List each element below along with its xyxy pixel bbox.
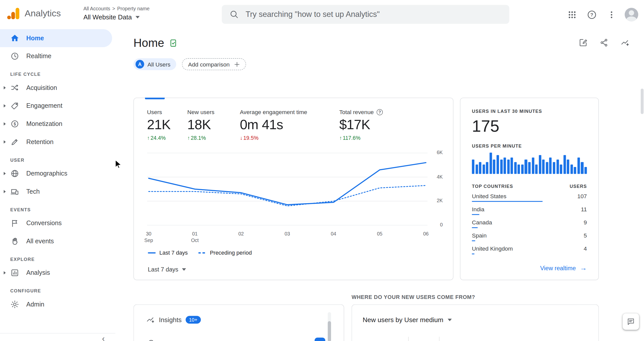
minute-bar <box>535 164 538 174</box>
x-axis-tick: 03 <box>275 231 300 237</box>
insights-panel-button[interactable] <box>616 34 634 52</box>
metric-total-revenue[interactable]: Total revenue ? $17K ↑117.6% <box>339 109 383 141</box>
minute-bar <box>482 164 485 174</box>
country-name: Canada <box>472 219 492 226</box>
sidebar-item-monetization[interactable]: $ Monetization <box>0 115 115 133</box>
sidebar-item-all-events[interactable]: All events <box>0 232 115 250</box>
date-range-label: Last 7 days <box>148 266 178 273</box>
gear-icon <box>10 300 19 309</box>
metric-label: Average engagement time <box>240 109 339 115</box>
table-column-divider <box>408 337 409 341</box>
country-name: India <box>472 206 484 213</box>
report-check-icon <box>169 39 178 48</box>
sidebar-item-home[interactable]: Home <box>0 29 112 47</box>
sidebar-item-label: Admin <box>26 301 44 308</box>
all-users-chip[interactable]: A All Users <box>133 58 176 70</box>
sidebar-item-tech[interactable]: Tech <box>0 183 115 201</box>
sidebar-item-analysis[interactable]: Analysis <box>0 264 115 282</box>
collapse-sidebar-icon[interactable]: ‹ <box>102 334 105 341</box>
insights-scrollbar-thumb[interactable] <box>328 321 331 341</box>
sidebar-item-acquisition[interactable]: Acquisition <box>0 79 115 97</box>
country-row: United Kingdom4 <box>472 245 587 254</box>
sidebar-item-demographics[interactable]: Demographics <box>0 164 115 183</box>
metric-new-users[interactable]: New users 18K ↑28.1% <box>187 109 240 141</box>
top-countries-header: TOP COUNTRIES USERS <box>472 184 587 189</box>
help-button[interactable]: ? <box>583 6 601 24</box>
country-bar <box>472 227 478 228</box>
metric-users[interactable]: Users 21K ↑24.4% <box>147 109 187 141</box>
users-30min-label: USERS IN LAST 30 MINUTES <box>472 109 587 114</box>
sidebar-item-engagement[interactable]: Engagement <box>0 97 115 115</box>
apps-grid-button[interactable] <box>563 6 581 24</box>
sidebar-item-admin[interactable]: Admin <box>0 295 115 314</box>
home-icon <box>10 34 19 43</box>
app-name: Analytics <box>25 8 61 19</box>
insights-card: Insights 10+ <box>133 304 344 341</box>
partial-insight-chip <box>315 338 325 341</box>
sidebar-item-retention[interactable]: Retention <box>0 133 115 151</box>
page-scrollbar-thumb[interactable] <box>641 89 643 114</box>
x-axis-tick: 04 <box>321 231 346 237</box>
minute-bar <box>567 160 569 174</box>
breadcrumb-separator: > <box>112 6 115 12</box>
country-name: Spain <box>472 232 486 239</box>
country-bar <box>472 240 475 241</box>
property-selector[interactable]: All Website Data <box>83 14 150 21</box>
sidebar-item-label: Monetization <box>26 120 62 127</box>
realtime-card: USERS IN LAST 30 MINUTES 175 USERS PER M… <box>460 98 599 280</box>
sidebar-item-label: All events <box>26 237 54 245</box>
minute-bar <box>489 153 492 174</box>
sidebar-item-conversions[interactable]: Conversions <box>0 214 115 232</box>
minute-bar <box>475 164 478 174</box>
metric-engagement-time[interactable]: Average engagement time 0m 41s ↓19.5% <box>240 109 339 141</box>
active-tab-indicator <box>145 98 165 99</box>
page-title: Home <box>133 37 178 50</box>
users-30min-value: 175 <box>472 117 587 135</box>
x-axis-tick: 05 <box>367 231 392 237</box>
mouse-cursor <box>114 160 124 169</box>
chevron-down-icon <box>135 16 139 19</box>
sidebar-item-label: Analysis <box>26 269 50 276</box>
add-comparison-button[interactable]: Add comparison <box>182 58 246 70</box>
comparison-chips: A All Users Add comparison <box>133 58 246 70</box>
share-button[interactable] <box>595 34 613 52</box>
view-realtime-link[interactable]: View realtime → <box>540 264 587 272</box>
date-range-selector[interactable]: Last 7 days <box>145 264 189 275</box>
analytics-logo[interactable]: Analytics <box>7 8 61 19</box>
insights-title: Insights <box>159 316 182 323</box>
help-icon[interactable]: ? <box>377 109 383 115</box>
breadcrumb-property[interactable]: Property name <box>117 6 150 12</box>
country-users: 9 <box>584 219 587 226</box>
users-per-minute-label: USERS PER MINUTE <box>472 144 587 149</box>
country-users: 5 <box>584 232 587 239</box>
overview-metrics-card: Users 21K ↑24.4% New users 18K ↑28.1% Av… <box>133 98 453 280</box>
new-users-card-title: New users by User medium <box>363 316 443 324</box>
sidebar-section-events: EVENTS <box>10 207 115 212</box>
search-bar[interactable] <box>222 5 509 24</box>
feedback-button[interactable] <box>623 313 639 330</box>
search-input[interactable] <box>246 10 502 19</box>
legend-preceding-period: Preceding period <box>198 250 252 256</box>
search-icon <box>229 10 239 19</box>
minute-bar <box>556 160 559 174</box>
sidebar-footer: ‹ <box>0 333 115 341</box>
chat-feedback-icon <box>627 318 635 326</box>
topbar: Analytics All Accounts > Property name A… <box>0 0 644 29</box>
kebab-menu-button[interactable] <box>602 6 621 24</box>
monetization-icon: $ <box>10 119 19 128</box>
country-users: 11 <box>581 206 587 213</box>
x-axis-tick: 06 <box>414 231 438 237</box>
breadcrumb-account[interactable]: All Accounts <box>83 6 110 12</box>
minute-bar <box>507 160 510 174</box>
new-users-dimension-selector[interactable]: New users by User medium <box>363 316 452 324</box>
sidebar-item-realtime[interactable]: Realtime <box>0 47 115 65</box>
customize-report-button[interactable] <box>574 34 592 52</box>
minute-bar <box>553 162 555 174</box>
acquisition-icon <box>10 83 19 92</box>
sidebar-section-user: USER <box>10 157 115 162</box>
y-axis-tick: 0 <box>421 222 443 228</box>
add-comparison-label: Add comparison <box>188 61 230 67</box>
avatar[interactable] <box>625 8 638 21</box>
plus-icon <box>233 60 241 68</box>
minute-bar <box>518 164 520 174</box>
